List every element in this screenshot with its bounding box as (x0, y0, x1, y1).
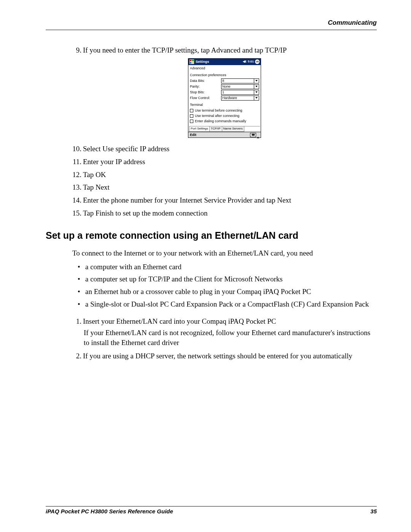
keyboard-icon[interactable]: ⌨ (250, 133, 256, 137)
step-text: If you need to enter the TCP/IP settings… (83, 46, 287, 54)
terminal-label: Terminal (188, 101, 261, 108)
chevron-down-icon (254, 96, 259, 100)
requirements-list: a computer with an Ethernet card a compu… (72, 262, 377, 309)
flow-control-select[interactable]: Hardware (221, 96, 259, 101)
step-12: 12.Tap OK (72, 170, 377, 180)
parity-row: Parity: None (188, 84, 261, 89)
chevron-down-icon (254, 90, 259, 94)
enter-dialing-manual-checkbox[interactable]: Enter dialing commands manually (188, 118, 261, 124)
section-heading: Set up a remote connection using an Ethe… (46, 229, 377, 242)
ok-button[interactable]: ok (255, 59, 260, 64)
footer-left: iPAQ Pocket PC H3800 Series Reference Gu… (46, 508, 173, 514)
chevron-down-icon (254, 85, 259, 89)
pocketpc-window: Settings ◀€ 5:01 ok Advanced Connection … (188, 58, 261, 138)
chevron-up-icon[interactable] (257, 133, 259, 137)
tab-name-servers[interactable]: Name Servers (222, 126, 244, 132)
tabs-row: Port Settings TCP/IP Name Servers (188, 126, 261, 132)
step-14: 14.Enter the phone number for your Inter… (72, 195, 377, 205)
flow-control-row: Flow Control: Hardware (188, 95, 261, 101)
step-1-ethernet: 1.Insert your Ethernet/LAN card into you… (72, 316, 377, 347)
step-9: 9.If you need to enter the TCP/IP settin… (72, 45, 377, 55)
data-bits-label: Data Bits: (190, 78, 221, 83)
stop-bits-label: Stop Bits: (190, 90, 221, 94)
footer-rule (46, 506, 377, 506)
windows-logo-icon (190, 59, 194, 64)
pocketpc-screenshot-wrapper: Settings ◀€ 5:01 ok Advanced Connection … (72, 58, 377, 138)
list-item: a Single-slot or Dual-slot PC Card Expan… (72, 299, 377, 309)
step-1-follow: If your Ethernet/LAN card is not recogni… (84, 328, 377, 347)
intro-paragraph: To connect to the Internet or to your ne… (72, 248, 377, 258)
chapter-header: Communicating (46, 19, 377, 30)
checkbox-icon (190, 120, 193, 123)
data-bits-row: Data Bits: 8 (188, 78, 261, 84)
step-number: 9. (72, 45, 81, 55)
flow-control-label: Flow Control: (190, 96, 221, 100)
header-rule (46, 30, 377, 30)
step-2-ethernet: 2.If you are using a DHCP server, the ne… (72, 351, 377, 361)
footer: iPAQ Pocket PC H3800 Series Reference Gu… (46, 506, 377, 514)
stop-bits-select[interactable]: 1 (221, 90, 259, 95)
tab-port-settings[interactable]: Port Settings (189, 126, 210, 132)
list-item: an Ethernet hub or a crossover cable to … (72, 287, 377, 297)
parity-select[interactable]: None (221, 84, 259, 89)
edit-bar: Edit ⌨ (188, 132, 261, 137)
steps-list-c: 1.Insert your Ethernet/LAN card into you… (72, 316, 377, 361)
chevron-down-icon (254, 79, 259, 83)
step-13: 13.Tap Next (72, 182, 377, 192)
list-item: a computer set up for TCP/IP and the Cli… (72, 274, 377, 284)
checkbox-icon (190, 114, 193, 118)
step-11: 11.Enter your IP address (72, 157, 377, 167)
data-bits-select[interactable]: 8 (221, 78, 259, 83)
window-title: Settings (196, 59, 209, 64)
connection-preferences-label: Connection preferences (188, 71, 261, 78)
edit-menu[interactable]: Edit (190, 133, 196, 137)
checkbox-icon (190, 109, 193, 112)
parity-label: Parity: (190, 84, 221, 89)
list-item: a computer with an Ethernet card (72, 262, 377, 272)
advanced-label: Advanced (188, 65, 261, 71)
step-10: 10.Select Use specific IP address (72, 144, 377, 154)
step-15: 15.Tap Finish to set up the modem connec… (72, 208, 377, 218)
steps-list-b: 10.Select Use specific IP address 11.Ent… (72, 144, 377, 218)
use-terminal-before-checkbox[interactable]: Use terminal before connecting (188, 108, 261, 113)
clock-time: 5:01 (248, 60, 254, 64)
tab-tcpip[interactable]: TCP/IP (209, 126, 222, 132)
speaker-icon: ◀€ (243, 60, 247, 64)
page-number: 35 (370, 508, 377, 514)
use-terminal-after-checkbox[interactable]: Use terminal after connecting (188, 113, 261, 118)
pocketpc-titlebar: Settings ◀€ 5:01 ok (188, 59, 261, 65)
steps-list-a: 9.If you need to enter the TCP/IP settin… (72, 45, 377, 55)
stop-bits-row: Stop Bits: 1 (188, 89, 261, 95)
